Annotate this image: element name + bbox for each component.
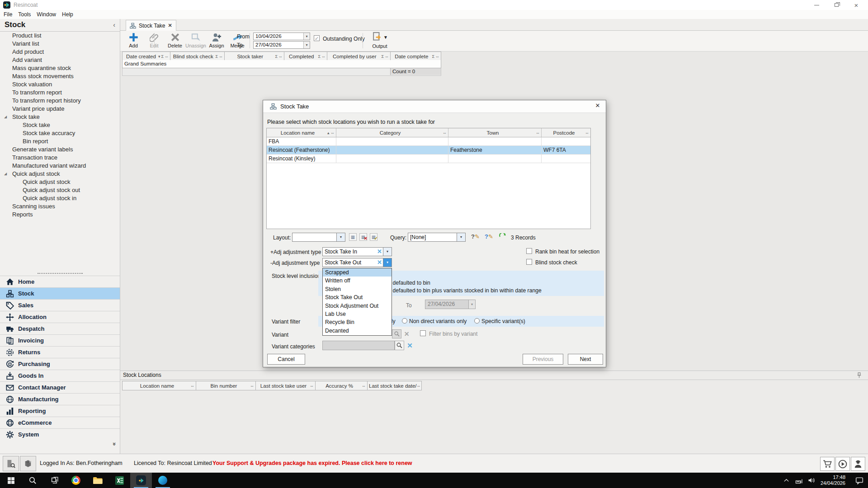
cancel-button[interactable]: Cancel: [267, 354, 305, 365]
renew-warning-link[interactable]: Your Support & Upgrades package has expi…: [212, 460, 412, 466]
sidebar-nav-item[interactable]: Stock valuation: [0, 80, 120, 89]
tab-close-icon[interactable]: ✕: [168, 23, 172, 28]
support-button[interactable]: [851, 457, 865, 471]
summary-icon[interactable]: Σ: [381, 54, 384, 59]
notification-icon[interactable]: [855, 476, 863, 484]
sidebar-nav-item[interactable]: Quick adjust stock out: [0, 186, 120, 194]
sidebar-nav-item[interactable]: Stock take accuracy: [0, 129, 120, 137]
filter-icon[interactable]: ⇔: [165, 54, 169, 59]
network-icon[interactable]: [795, 477, 802, 484]
sidebar-nav-item[interactable]: Generate variant labels: [0, 145, 120, 154]
cart-button[interactable]: [820, 457, 835, 471]
summary-icon[interactable]: Σ: [275, 54, 278, 59]
outstanding-only-checkbox[interactable]: ✓: [314, 35, 320, 41]
sidebar-nav-item[interactable]: Scanning issues: [0, 202, 120, 211]
toolbar-button[interactable]: Add: [123, 32, 144, 51]
save-layout-icon[interactable]: ▦: [349, 233, 357, 241]
filter-icon[interactable]: ⇔: [536, 131, 540, 135]
grid-column-header[interactable]: Date created ▾Σ⇔: [123, 52, 170, 61]
filter-icon[interactable]: ⇔: [330, 131, 335, 135]
module-item[interactable]: Home: [0, 276, 120, 287]
filter-icon[interactable]: ⇔: [435, 54, 439, 59]
layout-caret-icon[interactable]: ▾: [336, 233, 345, 241]
edit-query-icon[interactable]: ?✎: [471, 233, 480, 240]
previous-button[interactable]: Previous: [523, 354, 563, 365]
sidebar-nav-item[interactable]: Product list: [0, 32, 120, 40]
module-item[interactable]: Reporting: [0, 405, 120, 417]
module-item[interactable]: Stock: [0, 287, 120, 299]
module-item[interactable]: Returns: [0, 346, 120, 358]
sidebar-nav-item[interactable]: Transaction trace: [0, 154, 120, 162]
summary-icon[interactable]: Σ: [318, 54, 321, 59]
sidebar-nav-item[interactable]: Quick adjust stock in: [0, 194, 120, 202]
module-item[interactable]: Invoicing: [0, 334, 120, 346]
task-view-button[interactable]: [43, 473, 65, 488]
from-date-caret-icon[interactable]: ▾: [303, 33, 310, 40]
grid-column-header[interactable]: Last stock take date/ ⇔: [368, 381, 421, 390]
module-item[interactable]: Despatch: [0, 323, 120, 334]
sidebar-nav-item[interactable]: Variant price update: [0, 105, 120, 113]
module-item[interactable]: System: [0, 428, 120, 440]
sidebar-nav-item[interactable]: To transform report: [0, 89, 120, 97]
next-button[interactable]: Next: [568, 354, 603, 365]
pin-icon[interactable]: [856, 372, 863, 379]
sidebar-nav-item[interactable]: Add variant: [0, 56, 120, 64]
grid-column-header[interactable]: Bin number ⇔: [196, 381, 256, 390]
expand-more-icon[interactable]: »: [111, 442, 118, 446]
filter-icon[interactable]: ⇔: [219, 54, 223, 59]
filter-icon[interactable]: ⇔: [585, 131, 589, 135]
filter-icon[interactable]: ⇔: [321, 54, 326, 59]
dropdown-item[interactable]: Stock Take Out: [323, 293, 392, 301]
module-item[interactable]: Manufacturing: [0, 393, 120, 405]
grid-column-header[interactable]: Last stock take user ⇔: [256, 381, 316, 390]
filter-bins-checkbox[interactable]: [420, 330, 426, 336]
dropdown-item[interactable]: Written off: [323, 277, 392, 285]
search-button[interactable]: [22, 473, 43, 488]
excel-button[interactable]: [108, 473, 130, 488]
clock[interactable]: 17:48 24/04/2026: [821, 474, 845, 486]
grid-column-header[interactable]: Stock taker Σ⇔: [225, 52, 284, 61]
filter-icon[interactable]: ⇔: [362, 384, 366, 388]
table-row[interactable]: Resincoat (Kinsley): [267, 155, 590, 163]
query-caret-icon[interactable]: ▾: [457, 233, 465, 241]
non-direct-variants-radio[interactable]: [402, 318, 407, 324]
restore-button[interactable]: [827, 0, 845, 10]
summary-icon[interactable]: Σ: [215, 54, 218, 59]
apply-layout-icon[interactable]: ▦✓: [370, 233, 377, 241]
variant-categories-field[interactable]: [322, 341, 395, 350]
sidebar-nav-item[interactable]: Reports: [0, 211, 120, 219]
to-date-field[interactable]: 27/04/2026▾: [253, 41, 310, 49]
close-button[interactable]: ×: [847, 0, 865, 10]
sidebar-nav-item[interactable]: Add product: [0, 48, 120, 56]
summary-icon[interactable]: Σ: [161, 54, 164, 59]
date-to-field[interactable]: 27/04/2026▾: [425, 300, 476, 309]
sidebar-nav-item[interactable]: To transform report history: [0, 97, 120, 105]
dialog-close-icon[interactable]: ✕: [592, 102, 603, 111]
tab-stock-take[interactable]: Stock Take ✕: [126, 20, 176, 31]
filter-icon[interactable]: ⇔: [385, 54, 389, 59]
table-row[interactable]: Resincoat (Featherstone) Featherstone WF…: [267, 146, 590, 155]
new-query-icon[interactable]: ?✎: [485, 233, 493, 240]
variant-categories-clear-icon[interactable]: ✕: [405, 341, 415, 350]
delete-layout-icon[interactable]: ▦✕: [359, 233, 367, 241]
resincoat-app-button[interactable]: [130, 473, 152, 488]
sidebar-nav-item[interactable]: ◢Quick adjust stock: [0, 170, 120, 178]
menu-item[interactable]: Help: [62, 11, 73, 18]
explorer-button[interactable]: [87, 473, 108, 488]
dropdown-item[interactable]: Stolen: [323, 285, 392, 293]
module-item[interactable]: Contact Manager: [0, 381, 120, 393]
menu-item[interactable]: File: [4, 11, 12, 18]
menu-item[interactable]: Window: [37, 11, 56, 18]
table-column-header[interactable]: Location name ▴ ⇔: [267, 128, 336, 137]
stock-info-button[interactable]: [20, 456, 36, 471]
filter-icon[interactable]: ⇔: [310, 384, 314, 388]
sidebar-splitter[interactable]: [0, 271, 120, 276]
filter-icon[interactable]: ⇔: [250, 384, 254, 388]
adj-minus-combo[interactable]: Stock Take Out ✕ ▾: [322, 258, 392, 267]
sidebar-nav-item[interactable]: Manufactured variant wizard: [0, 162, 120, 170]
sidebar-nav-item[interactable]: Variant list: [0, 40, 120, 48]
variant-categories-search-button[interactable]: [395, 341, 404, 350]
blind-stock-check-checkbox[interactable]: [526, 259, 532, 265]
dropdown-item[interactable]: Lab Use: [323, 310, 392, 318]
sidebar-nav-item[interactable]: Stock take: [0, 121, 120, 129]
